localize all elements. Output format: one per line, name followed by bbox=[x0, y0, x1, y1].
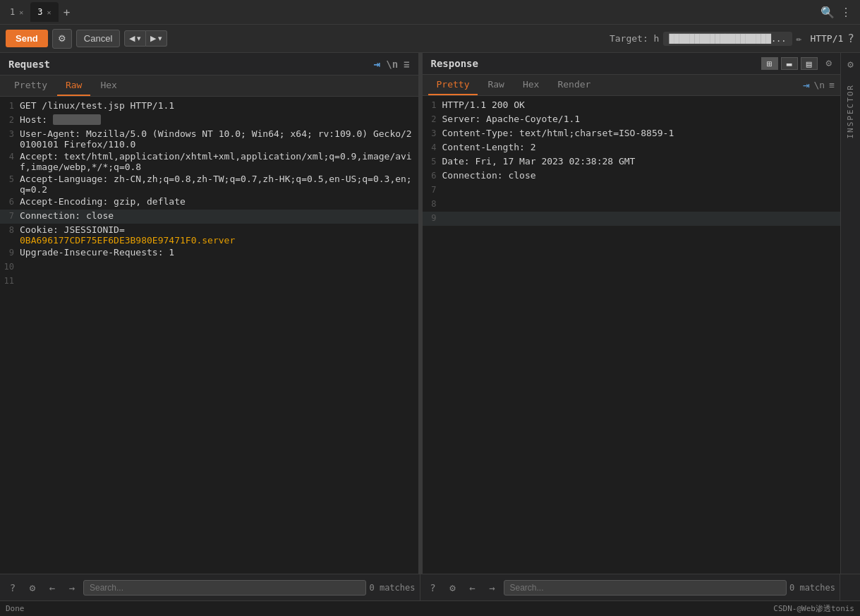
response-tab-pretty[interactable]: Pretty bbox=[428, 75, 478, 95]
request-bottom-panel: ? ⚙ ← → 0 matches bbox=[0, 574, 420, 600]
back-button[interactable]: ◀ ▾ bbox=[124, 30, 146, 47]
code-line: 11 bbox=[0, 274, 418, 289]
code-line: 5 Accept-Language: zh-CN,zh;q=0.8,zh-TW;… bbox=[0, 173, 418, 195]
cancel-button[interactable]: Cancel bbox=[76, 30, 120, 47]
more-options-icon[interactable]: ⋮ bbox=[840, 6, 852, 19]
code-line: 10 bbox=[0, 260, 418, 274]
response-tab-render[interactable]: Render bbox=[549, 75, 599, 95]
response-header-icons: ⊞ ▬ ▤ ⚙ bbox=[761, 57, 832, 70]
tab-1-close[interactable]: ✕ bbox=[19, 8, 23, 16]
code-line: 2 Host: bbox=[0, 114, 418, 128]
inspector-label: INSPECTOR bbox=[846, 84, 855, 139]
target-value: ████████████████████... bbox=[663, 32, 792, 46]
response-next-match[interactable]: → bbox=[484, 579, 501, 596]
inspector-sidebar: ⚙ INSPECTOR bbox=[840, 53, 860, 574]
tab-1[interactable]: 1 ✕ bbox=[3, 2, 30, 22]
request-tabs: Pretty Raw Hex bbox=[0, 76, 418, 97]
request-search-input[interactable] bbox=[83, 580, 366, 596]
inspector-bottom-spacer bbox=[840, 574, 860, 600]
settings-icon[interactable]: ⚙ bbox=[52, 29, 72, 49]
tab-1-label: 1 bbox=[10, 7, 15, 17]
edit-target-icon[interactable]: ✏ bbox=[797, 33, 802, 44]
response-matches-text: 0 matches bbox=[789, 583, 835, 593]
inspector-settings-icon[interactable]: ⚙ bbox=[847, 59, 853, 70]
response-inspector-icon[interactable]: ⇥ bbox=[803, 78, 810, 92]
code-line: 6 Accept-Encoding: gzip, deflate bbox=[0, 195, 418, 210]
view-icon-single[interactable]: ▬ bbox=[781, 57, 798, 70]
code-line: 4 Accept: text/html,application/xhtml+xm… bbox=[0, 150, 418, 173]
request-help-icon[interactable]: ? bbox=[4, 579, 21, 596]
tab-3-close[interactable]: ✕ bbox=[47, 8, 52, 16]
response-title: Response bbox=[431, 58, 478, 69]
request-title: Request bbox=[8, 59, 50, 70]
menu-icon[interactable]: ≡ bbox=[404, 59, 409, 70]
response-panel: Response ⊞ ▬ ▤ ⚙ Pretty Raw Hex Render ⇥… bbox=[423, 53, 841, 574]
inspector-icon[interactable]: ⇥ bbox=[374, 57, 381, 71]
code-line: 5 Date: Fri, 17 Mar 2023 02:38:28 GMT bbox=[423, 155, 841, 169]
code-line: 4 Content-Length: 2 bbox=[423, 141, 841, 155]
status-bar: Done CSDN-@Web渗透tonis bbox=[0, 600, 860, 616]
response-newline-icon[interactable]: \n bbox=[814, 80, 825, 90]
help-button[interactable]: ? bbox=[847, 32, 854, 45]
request-matches-text: 0 matches bbox=[369, 583, 415, 593]
bottom-bar: ? ⚙ ← → 0 matches ? ⚙ ← → 0 matches bbox=[0, 574, 860, 600]
code-line: 8 bbox=[423, 198, 841, 212]
response-settings-icon[interactable]: ⚙ bbox=[826, 57, 832, 70]
response-tabs: Pretty Raw Hex Render ⇥ \n ≡ bbox=[423, 75, 841, 96]
request-next-match[interactable]: → bbox=[63, 579, 80, 596]
code-line: 9 bbox=[423, 212, 841, 226]
request-panel-header: Request ⇥ \n ≡ bbox=[0, 53, 418, 76]
response-panel-header: Response ⊞ ▬ ▤ ⚙ bbox=[423, 53, 841, 75]
request-prev-match[interactable]: ← bbox=[44, 579, 61, 596]
request-code-area: 1 GET /linux/test.jsp HTTP/1.1 2 Host: 3… bbox=[0, 97, 418, 574]
response-bottom-panel: ? ⚙ ← → 0 matches bbox=[420, 574, 841, 600]
request-tab-raw[interactable]: Raw bbox=[57, 76, 90, 96]
code-line: 8 Cookie: JSESSIONID=0BA696177CDF75EF6DE… bbox=[0, 224, 418, 246]
view-icon-stack[interactable]: ▤ bbox=[801, 57, 818, 70]
code-line: 3 User-Agent: Mozilla/5.0 (Windows NT 10… bbox=[0, 128, 418, 150]
status-left: Done bbox=[6, 604, 25, 613]
status-right: CSDN-@Web渗透tonis bbox=[773, 603, 854, 614]
code-line: 1 HTTP/1.1 200 OK bbox=[423, 99, 841, 113]
code-line: 6 Connection: close bbox=[423, 169, 841, 183]
request-panel: Request ⇥ \n ≡ Pretty Raw Hex 1 GET /lin… bbox=[0, 53, 419, 574]
response-tab-hex[interactable]: Hex bbox=[514, 75, 547, 95]
code-line: 1 GET /linux/test.jsp HTTP/1.1 bbox=[0, 99, 418, 114]
response-code-area: 1 HTTP/1.1 200 OK 2 Server: Apache-Coyot… bbox=[423, 96, 841, 574]
code-line: 3 Content-Type: text/html;charset=ISO-88… bbox=[423, 127, 841, 141]
tab-bar-actions: 🔍 ⋮ bbox=[820, 6, 857, 19]
response-tab-raw[interactable]: Raw bbox=[479, 75, 512, 95]
request-settings-icon[interactable]: ⚙ bbox=[24, 579, 41, 596]
request-header-right: ⇥ \n ≡ bbox=[374, 57, 410, 71]
target-label: Target: h bbox=[610, 33, 659, 44]
nav-buttons: ◀ ▾ ▶ ▾ bbox=[124, 30, 167, 47]
tab-bar: 1 ✕ 3 ✕ + 🔍 ⋮ bbox=[0, 0, 860, 25]
view-icon-split[interactable]: ⊞ bbox=[761, 57, 778, 70]
tab-3[interactable]: 3 ✕ bbox=[30, 2, 58, 22]
code-line: 2 Server: Apache-Coyote/1.1 bbox=[423, 113, 841, 127]
request-tab-hex[interactable]: Hex bbox=[92, 76, 125, 96]
newline-icon[interactable]: \n bbox=[386, 59, 398, 70]
request-tab-pretty[interactable]: Pretty bbox=[6, 76, 56, 96]
add-tab-button[interactable]: + bbox=[59, 4, 75, 20]
toolbar: Send ⚙ Cancel ◀ ▾ ▶ ▾ Target: h ████████… bbox=[0, 25, 860, 53]
code-line: 9 Upgrade-Insecure-Requests: 1 bbox=[0, 246, 418, 260]
search-icon[interactable]: 🔍 bbox=[820, 6, 835, 19]
send-button[interactable]: Send bbox=[6, 30, 48, 47]
response-settings-icon-bottom[interactable]: ⚙ bbox=[444, 579, 461, 596]
response-menu-icon[interactable]: ≡ bbox=[829, 80, 835, 90]
response-help-icon[interactable]: ? bbox=[425, 579, 442, 596]
forward-button[interactable]: ▶ ▾ bbox=[146, 30, 167, 47]
code-line: 7 Connection: close bbox=[0, 210, 418, 224]
tab-3-label: 3 bbox=[37, 7, 42, 17]
http-version: HTTP/1 bbox=[810, 33, 843, 44]
code-line: 7 bbox=[423, 183, 841, 198]
response-tabs-right: ⇥ \n ≡ bbox=[803, 78, 835, 92]
response-prev-match[interactable]: ← bbox=[464, 579, 481, 596]
main-content: Request ⇥ \n ≡ Pretty Raw Hex 1 GET /lin… bbox=[0, 53, 860, 574]
response-search-input[interactable] bbox=[504, 580, 787, 596]
